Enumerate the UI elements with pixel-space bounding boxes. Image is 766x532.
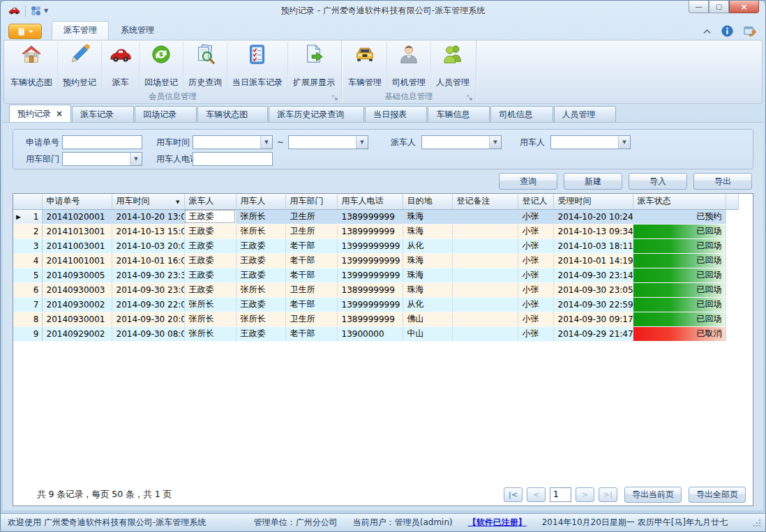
cell-registrar[interactable]: 小张 (518, 253, 553, 268)
prev-page-button[interactable]: < (527, 487, 546, 502)
cell-user[interactable]: 张所长 (236, 209, 285, 224)
cell-use-time[interactable]: 2014-10-20 13:00 (112, 209, 184, 224)
cell-user[interactable]: 王政委 (236, 253, 285, 268)
export-button[interactable]: 导出 (693, 173, 752, 190)
table-row[interactable]: ▶9 20140929002 2014-09-30 08:00 张所长 王政委 … (13, 326, 738, 341)
cell-user[interactable]: 王政委 (236, 297, 285, 312)
table-row[interactable]: ▶3 20141003001 2014-10-03 20:00 王政委 王政委 … (13, 238, 738, 253)
cell-status[interactable]: 已回场 (633, 268, 726, 282)
grid-scroll-area[interactable]: 申请单号 用车时间▼ 派车人 用车人 用车部门 用车人电话 目的地 登记备注 登… (13, 194, 753, 483)
cell-remark[interactable] (452, 268, 518, 282)
today-dispatch-records-button[interactable]: 当日派车记录 (227, 42, 288, 90)
cell-phone[interactable]: 1389999999 (337, 282, 403, 297)
cell-phone[interactable]: 13999999999 (337, 253, 403, 268)
cell-request-no[interactable]: 20141020001 (42, 209, 112, 224)
col-header-phone[interactable]: 用车人电话 (337, 194, 403, 209)
document-tab[interactable]: 车辆状态图 × (197, 106, 268, 122)
new-button[interactable]: 新建 (564, 173, 622, 190)
page-input[interactable] (550, 487, 571, 502)
cell-remark[interactable] (452, 209, 518, 224)
cell-accept-time[interactable]: 2014-09-30 23:14 (553, 268, 633, 282)
minimize-button[interactable]: — (689, 1, 709, 13)
cell-destination[interactable]: 珠海 (403, 253, 452, 268)
cell-user[interactable]: 王政委 (236, 326, 285, 341)
cell-destination[interactable]: 珠海 (403, 282, 452, 297)
reservation-register-button[interactable]: 预约登记 (58, 42, 102, 90)
cell-registrar[interactable]: 小张 (518, 224, 553, 238)
cell-status[interactable]: 已取消 (633, 326, 726, 341)
cell-use-time[interactable]: 2014-10-13 15:00 (112, 224, 184, 238)
cell-accept-time[interactable]: 2014-10-03 18:11 (553, 238, 633, 253)
chevron-down-icon[interactable]: ▼ (260, 136, 272, 149)
col-header-status[interactable]: 派车状态 (633, 194, 726, 209)
query-button[interactable]: 查询 (499, 173, 557, 190)
col-header-request-no[interactable]: 申请单号 (42, 194, 112, 209)
cell-user[interactable]: 王政委 (236, 238, 285, 253)
col-header-user[interactable]: 用车人 (236, 194, 285, 209)
cell-request-no[interactable]: 20141013001 (42, 224, 112, 238)
vehicle-status-map-button[interactable]: 车辆状态图 (6, 42, 58, 90)
table-row[interactable]: ▶7 20140930002 2014-09-30 22:00 张所长 王政委 … (13, 297, 738, 312)
cell-dispatcher[interactable]: 张所长 (184, 326, 236, 341)
document-tab[interactable]: 派车历史记录查询 × (269, 106, 364, 122)
license-link[interactable]: 【软件已注册】 (468, 517, 527, 529)
cell-accept-time[interactable]: 2014-09-30 09:17 (553, 312, 633, 326)
cell-request-no[interactable]: 20141001001 (42, 253, 112, 268)
cell-use-time[interactable]: 2014-10-01 16:00 (112, 253, 184, 268)
col-header-remark[interactable]: 登记备注 (452, 194, 518, 209)
extend-screen-button[interactable]: 扩展屏显示 (288, 42, 340, 90)
cell-request-no[interactable]: 20140930001 (42, 312, 112, 326)
table-row[interactable]: ▶2 20141013001 2014-10-13 15:00 王政委 张所长 … (13, 224, 738, 238)
cell-status[interactable]: 已回场 (633, 312, 726, 326)
cell-dept[interactable]: 老干部 (285, 326, 337, 341)
cell-remark[interactable] (452, 326, 518, 341)
cell-accept-time[interactable]: 2014-09-29 21:47 (553, 326, 633, 341)
document-tab[interactable]: 派车记录 × (72, 106, 134, 122)
cell-dept[interactable]: 老干部 (285, 253, 337, 268)
resize-grip[interactable] (753, 519, 761, 527)
cell-dept[interactable]: 卫生所 (285, 209, 337, 224)
cell-destination[interactable]: 中山 (403, 326, 452, 341)
cell-registrar[interactable]: 小张 (518, 326, 553, 341)
cell-registrar[interactable]: 小张 (518, 282, 553, 297)
table-row[interactable]: ▶4 20141001001 2014-10-01 16:00 王政委 王政委 … (13, 253, 738, 268)
dispatch-button[interactable]: 派车 (102, 42, 140, 90)
cell-status[interactable]: 已回场 (633, 297, 726, 312)
cell-dispatcher[interactable]: 王政委 (184, 282, 236, 297)
vehicle-manage-button[interactable]: 车辆管理 (343, 42, 387, 90)
last-page-button[interactable]: >| (599, 487, 617, 502)
cell-status[interactable]: 已回场 (633, 224, 726, 238)
cell-accept-time[interactable]: 2014-09-30 22:59 (553, 297, 633, 312)
cell-destination[interactable]: 珠海 (403, 268, 452, 282)
cell-use-time[interactable]: 2014-09-30 23:30 (112, 268, 184, 282)
cell-status[interactable]: 已预约 (633, 209, 726, 224)
document-tab[interactable]: 人员管理 × (554, 106, 616, 122)
cell-phone[interactable]: 1389999999 (337, 312, 403, 326)
cell-dispatcher[interactable]: 王政委 (184, 238, 236, 253)
cell-use-time[interactable]: 2014-09-30 20:00 (112, 312, 184, 326)
chevron-down-icon[interactable]: ▼ (130, 153, 142, 165)
cell-remark[interactable] (452, 253, 518, 268)
cell-use-time[interactable]: 2014-09-30 22:00 (112, 297, 184, 312)
table-row[interactable]: ▶8 20140930001 2014-09-30 20:00 张所长 张所长 … (13, 312, 738, 326)
table-row[interactable]: ▶1 20141020001 2014-10-20 13:00 王政委 张所长 … (13, 209, 738, 224)
document-tab[interactable]: 车辆信息 × (428, 106, 490, 122)
cell-remark[interactable] (452, 238, 518, 253)
cell-destination[interactable]: 从化 (403, 238, 452, 253)
cell-request-no[interactable]: 20140930002 (42, 297, 112, 312)
dispatcher-combo[interactable]: ▼ (421, 135, 502, 149)
car-user-combo[interactable]: ▼ (550, 135, 631, 149)
cell-phone[interactable]: 13900000 (337, 326, 403, 341)
col-header-use-time[interactable]: 用车时间▼ (112, 194, 184, 209)
phone-input[interactable] (193, 152, 273, 166)
export-current-page-button[interactable]: 导出当前页 (624, 487, 682, 503)
chevron-down-icon[interactable]: ▼ (618, 136, 630, 149)
quick-access-dropdown-icon[interactable]: ▼ (44, 8, 48, 14)
import-button[interactable]: 导入 (629, 173, 687, 190)
first-page-button[interactable]: |< (504, 487, 523, 502)
chevron-down-icon[interactable]: ▼ (489, 136, 501, 149)
col-header-dispatcher[interactable]: 派车人 (184, 194, 236, 209)
dept-combo[interactable]: ▼ (62, 152, 142, 166)
info-icon[interactable] (721, 25, 733, 37)
exit-icon[interactable] (743, 25, 756, 37)
